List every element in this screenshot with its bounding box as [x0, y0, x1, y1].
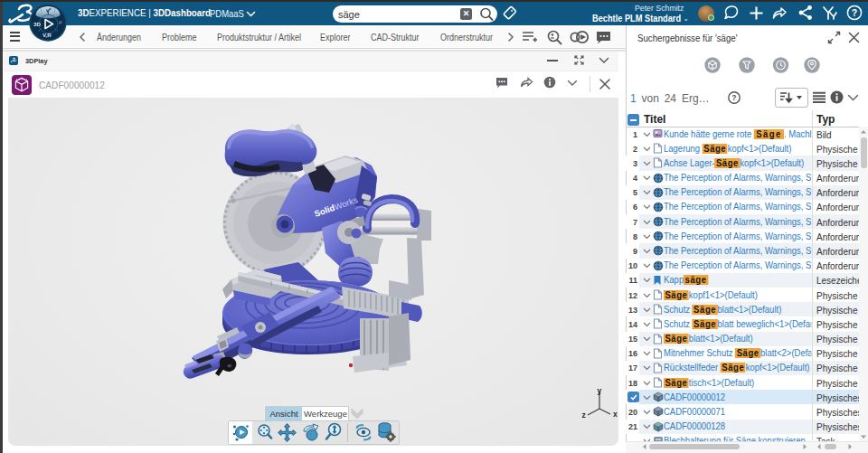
svg-text:3D: 3D	[33, 21, 41, 27]
svg-text:?: ?	[852, 7, 857, 18]
svg-text:V,R: V,R	[42, 32, 52, 38]
svg-text:x: x	[613, 410, 618, 419]
svg-text:z: z	[582, 411, 586, 420]
svg-text:?: ?	[731, 93, 736, 102]
svg-text:i²: i²	[59, 20, 61, 25]
svg-text:y: y	[598, 387, 602, 395]
